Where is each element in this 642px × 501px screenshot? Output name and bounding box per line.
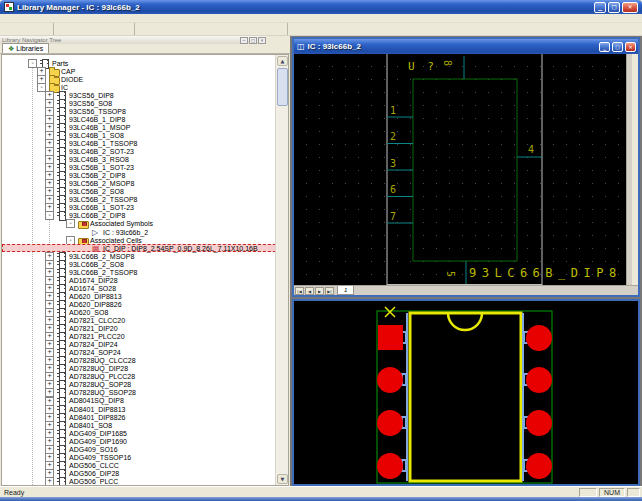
tree-item[interactable]: + 93LC46B_2_SOT-23 bbox=[2, 148, 276, 156]
menu-item-window[interactable] bbox=[48, 14, 60, 23]
tree-item[interactable]: - IC bbox=[2, 83, 276, 91]
tree-item[interactable]: + 93LC66B_2_TSSOP8 bbox=[2, 268, 276, 276]
tree-item[interactable]: + ADG409_TSSOP16 bbox=[2, 453, 276, 461]
tree-item[interactable]: + AD1674_SO28 bbox=[2, 284, 276, 292]
tree-item[interactable]: + AD620_DIP8813 bbox=[2, 292, 276, 300]
tree-item[interactable]: + AD7828UQ_SOP28 bbox=[2, 381, 276, 389]
color-grid-icon[interactable] bbox=[60, 23, 72, 35]
library-browse-icon[interactable] bbox=[27, 23, 39, 35]
menu-item-tools[interactable] bbox=[36, 14, 48, 23]
tree-item[interactable]: + ADG409_DIP1685 bbox=[2, 429, 276, 437]
footprint-canvas[interactable] bbox=[294, 301, 638, 484]
tree-item[interactable]: IC : 93lc66b_2 bbox=[2, 228, 276, 236]
update-all-icon[interactable] bbox=[177, 23, 189, 35]
export-icon[interactable] bbox=[201, 23, 213, 35]
symbol-minimize-button[interactable]: _ bbox=[599, 42, 610, 52]
tree-item[interactable]: + AD8401_DIP8826 bbox=[2, 413, 276, 421]
expand-toggle-icon[interactable]: + bbox=[45, 477, 54, 485]
scrollbar-thumb[interactable] bbox=[277, 68, 288, 106]
edit-locked-icon[interactable] bbox=[165, 23, 177, 35]
prev-sheet-icon[interactable]: ◀ bbox=[305, 287, 314, 295]
stop-icon[interactable] bbox=[261, 23, 273, 35]
tree-item[interactable]: + 93LC56B_2_SO8 bbox=[2, 188, 276, 196]
tree-item[interactable]: + ADG506_DIP28 bbox=[2, 469, 276, 477]
highlight-icon[interactable] bbox=[225, 23, 237, 35]
tree-item[interactable]: + 93LC66B_2_MSOP8 bbox=[2, 252, 276, 260]
pin-grid-icon[interactable] bbox=[84, 23, 96, 35]
tree-item[interactable]: + ADG506_CLCC bbox=[2, 461, 276, 469]
menu-item-help[interactable] bbox=[60, 14, 72, 23]
monitor-icon[interactable] bbox=[189, 23, 201, 35]
scroll-down-icon[interactable]: ▼ bbox=[277, 474, 288, 484]
maximize-button[interactable]: □ bbox=[608, 2, 620, 13]
symbol-maximize-button[interactable]: □ bbox=[612, 42, 623, 52]
pane-restore-icon[interactable]: □ bbox=[249, 37, 257, 44]
verify-icon[interactable] bbox=[72, 23, 84, 35]
menu-item-file[interactable] bbox=[0, 14, 12, 23]
open-library-icon[interactable] bbox=[15, 23, 27, 35]
tree-item[interactable]: + AD7828UQ_DIP28 bbox=[2, 365, 276, 373]
new-document-icon[interactable] bbox=[3, 23, 15, 35]
tree-item[interactable]: - Associated Cells bbox=[2, 236, 276, 244]
next-sheet-icon[interactable]: ▶ bbox=[315, 287, 324, 295]
draw-pad-icon[interactable] bbox=[120, 23, 132, 35]
symbol-close-button[interactable]: ✕ bbox=[625, 42, 636, 52]
tree-item[interactable]: + 93LC46B_1_DIP8 bbox=[2, 115, 276, 123]
tree-item[interactable]: + ADG506_PLCC bbox=[2, 477, 276, 485]
tree-item[interactable]: + AD8041SQ_DIP8 bbox=[2, 397, 276, 405]
tree-item[interactable]: IC_DIP : DIP8_2.54SP_0.9D_8.26L_7.11X10.… bbox=[2, 244, 276, 252]
tree-item[interactable]: + AD8401_DIP8813 bbox=[2, 405, 276, 413]
tree-scrollbar[interactable]: ▲ ▼ bbox=[275, 55, 288, 485]
tree-item[interactable]: + 93LC56B_2_MSOP8 bbox=[2, 180, 276, 188]
refresh-document-icon[interactable] bbox=[39, 23, 51, 35]
tree-item[interactable]: + 93CS56_DIP8 bbox=[2, 91, 276, 99]
tree-item[interactable]: + 93LC56B_2_DIP8 bbox=[2, 172, 276, 180]
tree-item[interactable]: + 93LC46B_1_TSSOP8 bbox=[2, 139, 276, 147]
tree-item[interactable]: + AD7821_DIP20 bbox=[2, 325, 276, 333]
annotate-icon[interactable] bbox=[213, 23, 225, 35]
symbol-vertical-scrollbar[interactable] bbox=[626, 54, 632, 285]
schematic-canvas[interactable]: 1 2 3 6 7 4 8 5 U ? 93LC66B_DIP8 bbox=[294, 54, 632, 285]
sheet-tab[interactable]: 1 bbox=[337, 286, 354, 295]
tree-item[interactable]: + AD7821_PLCC20 bbox=[2, 333, 276, 341]
pane-minimize-icon[interactable]: – bbox=[240, 37, 248, 44]
tree-item[interactable]: + AD8401_SO8 bbox=[2, 421, 276, 429]
tree-item[interactable]: + 93LC46B_3_RSO8 bbox=[2, 156, 276, 164]
tree-item[interactable]: + AD7828UQ_PLCC28 bbox=[2, 373, 276, 381]
tree-item[interactable]: + 93CS56_TSSOP8 bbox=[2, 107, 276, 115]
tree-item[interactable]: + AD7828UQ_SSOP28 bbox=[2, 389, 276, 397]
tree-item[interactable]: + 93LC56B_1_SOT-23 bbox=[2, 164, 276, 172]
tree-item[interactable]: + AD7824_SOP24 bbox=[2, 349, 276, 357]
pane-close-icon[interactable]: × bbox=[258, 37, 266, 44]
tree-item[interactable]: + AD7828UQ_CLCC28 bbox=[2, 357, 276, 365]
first-sheet-icon[interactable]: |◀ bbox=[295, 287, 304, 295]
last-sheet-icon[interactable]: ▶| bbox=[325, 287, 334, 295]
tree-item[interactable]: + AD7821_CLCC20 bbox=[2, 317, 276, 325]
tree-item[interactable]: + 93LC66B_2_SO8 bbox=[2, 260, 276, 268]
wizard-icon[interactable] bbox=[108, 23, 120, 35]
tree-item[interactable]: + 93LC66B_1_SOT-23 bbox=[2, 204, 276, 212]
tree-item[interactable]: + AD7824_DIP24 bbox=[2, 341, 276, 349]
tree-item[interactable]: + AD1674_DIP28 bbox=[2, 276, 276, 284]
tree-item[interactable]: + 93LC46B_1_SO8 bbox=[2, 131, 276, 139]
tree-item[interactable]: + AD620_DIP8826 bbox=[2, 300, 276, 308]
tree-item[interactable]: - 93LC66B_2_DIP8 bbox=[2, 212, 276, 220]
tree-item[interactable]: + ADG409_DIP1690 bbox=[2, 437, 276, 445]
stats-icon[interactable] bbox=[273, 23, 285, 35]
tree-item[interactable]: + 93CS56_SO8 bbox=[2, 99, 276, 107]
edit-part-icon[interactable] bbox=[153, 23, 165, 35]
menu-item-view[interactable] bbox=[12, 14, 24, 23]
close-button[interactable]: ✕ bbox=[622, 2, 638, 13]
tree-item[interactable]: + AD620_SO8 bbox=[2, 308, 276, 316]
run-tool-icon[interactable] bbox=[237, 23, 249, 35]
sync-libraries-icon[interactable] bbox=[141, 23, 153, 35]
minimize-button[interactable]: _ bbox=[594, 2, 606, 13]
scroll-up-icon[interactable]: ▲ bbox=[277, 56, 288, 66]
edit-symbol-icon[interactable] bbox=[96, 23, 108, 35]
menu-item-setup[interactable] bbox=[24, 14, 36, 23]
tree-item[interactable]: + 93LC56B_2_TSSOP8 bbox=[2, 196, 276, 204]
tab-libraries[interactable]: ❖ Libraries bbox=[2, 43, 49, 53]
tree-item[interactable]: + 93LC46B_1_MSOP bbox=[2, 123, 276, 131]
report-icon[interactable] bbox=[249, 23, 261, 35]
help-icon[interactable] bbox=[294, 23, 306, 35]
